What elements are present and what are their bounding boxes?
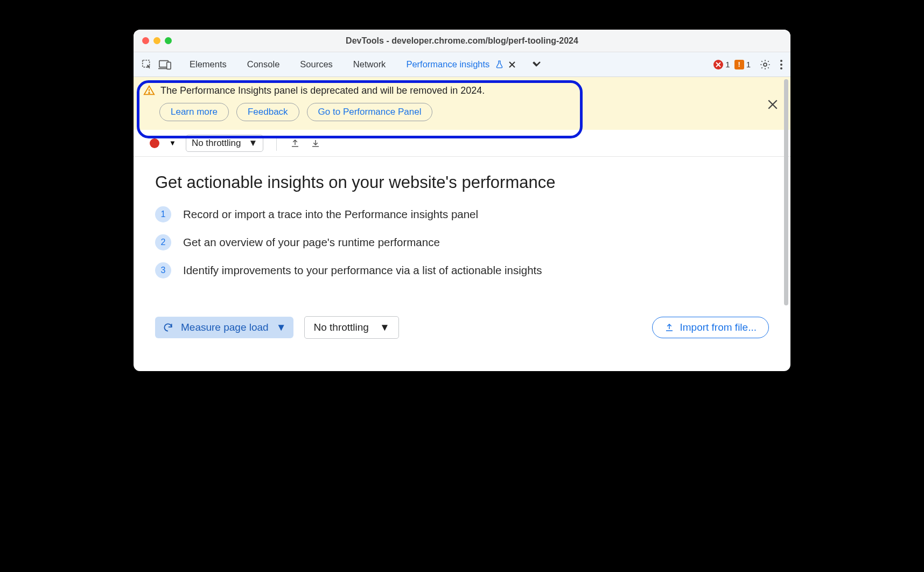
experiment-flask-icon	[495, 60, 504, 69]
warning-triangle-icon	[143, 85, 155, 96]
export-icon[interactable]	[290, 138, 300, 149]
record-button[interactable]	[150, 138, 159, 148]
throttling-value: No throttling	[192, 138, 241, 149]
deprecation-banner: The Performance Insights panel is deprec…	[134, 77, 790, 130]
step-3: 3 Identify improvements to your performa…	[155, 262, 769, 278]
status-badges: 1 ! 1	[713, 60, 751, 69]
svg-point-6	[780, 64, 782, 66]
step-1: 1 Record or import a trace into the Perf…	[155, 206, 769, 222]
errors-count: 1	[725, 60, 730, 69]
import-label: Import from file...	[680, 322, 757, 333]
step-text: Get an overview of your page's runtime p…	[183, 236, 440, 249]
import-from-file-button[interactable]: Import from file...	[652, 317, 769, 338]
close-banner-icon[interactable]	[768, 100, 778, 109]
steps-list: 1 Record or import a trace into the Perf…	[155, 206, 769, 278]
banner-content: The Performance Insights panel is deprec…	[143, 85, 485, 121]
measure-page-load-button[interactable]: Measure page load ▼	[155, 317, 293, 338]
step-number: 3	[155, 262, 171, 278]
content-area: The Performance Insights panel is deprec…	[134, 77, 790, 371]
step-number: 1	[155, 206, 171, 222]
import-icon[interactable]	[310, 138, 321, 149]
svg-point-4	[764, 63, 767, 66]
banner-buttons: Learn more Feedback Go to Performance Pa…	[159, 103, 485, 121]
panel-toolbar: ▼ No throttling ▼	[134, 130, 790, 157]
svg-rect-3	[167, 62, 171, 69]
chevron-down-icon: ▼	[249, 138, 258, 149]
window-title: DevTools - developer.chrome.com/blog/per…	[134, 36, 790, 46]
measure-label: Measure page load	[181, 322, 269, 333]
feedback-button[interactable]: Feedback	[236, 103, 299, 121]
minimize-window-button[interactable]	[153, 37, 160, 44]
inspect-element-icon[interactable]	[141, 59, 153, 71]
svg-point-5	[780, 60, 782, 62]
tab-network[interactable]: Network	[352, 54, 387, 75]
banner-message: The Performance Insights panel is deprec…	[160, 85, 485, 96]
titlebar: DevTools - developer.chrome.com/blog/per…	[134, 30, 790, 52]
tab-performance-insights[interactable]: Performance insights	[405, 54, 491, 75]
close-tab-icon[interactable]	[508, 61, 516, 68]
page-heading: Get actionable insights on your website'…	[155, 173, 769, 192]
settings-gear-icon[interactable]	[759, 59, 771, 71]
close-window-button[interactable]	[142, 37, 149, 44]
goto-performance-panel-button[interactable]: Go to Performance Panel	[307, 103, 433, 121]
throttling-value-2: No throttling	[313, 322, 368, 333]
svg-point-7	[780, 67, 782, 69]
step-number: 2	[155, 234, 171, 250]
errors-badge[interactable]: 1	[713, 60, 730, 69]
more-menu-icon[interactable]	[780, 59, 783, 70]
step-2: 2 Get an overview of your page's runtime…	[155, 234, 769, 250]
chevron-down-icon: ▼	[380, 322, 390, 333]
toolbar-divider	[276, 136, 277, 151]
action-row: Measure page load ▼ No throttling ▼ Impo…	[155, 300, 769, 339]
chevron-down-icon: ▼	[276, 322, 286, 333]
vertical-scrollbar[interactable]	[784, 79, 788, 305]
learn-more-button[interactable]: Learn more	[159, 103, 229, 121]
panel-tabs: Elements Console Sources Network Perform…	[188, 54, 543, 75]
main-content: Get actionable insights on your website'…	[134, 157, 790, 371]
refresh-icon	[163, 322, 173, 333]
warning-icon: !	[734, 60, 744, 69]
tab-console[interactable]: Console	[246, 54, 281, 75]
error-icon	[713, 60, 723, 69]
upload-icon	[664, 323, 674, 332]
maximize-window-button[interactable]	[165, 37, 172, 44]
banner-message-row: The Performance Insights panel is deprec…	[143, 85, 485, 96]
device-toolbar-icon[interactable]	[158, 59, 171, 71]
devtools-toolbar: Elements Console Sources Network Perform…	[134, 52, 790, 77]
window-controls	[142, 37, 172, 44]
more-tabs-icon[interactable]	[531, 60, 543, 69]
throttling-select-2[interactable]: No throttling ▼	[304, 316, 398, 339]
svg-point-9	[149, 93, 150, 94]
throttling-select[interactable]: No throttling ▼	[186, 135, 264, 152]
step-text: Identify improvements to your performanc…	[183, 264, 542, 277]
tab-sources[interactable]: Sources	[299, 54, 334, 75]
warnings-badge[interactable]: ! 1	[734, 60, 751, 69]
step-text: Record or import a trace into the Perfor…	[183, 208, 478, 221]
devtools-window: DevTools - developer.chrome.com/blog/per…	[134, 30, 790, 371]
tab-elements[interactable]: Elements	[188, 54, 228, 75]
record-options-dropdown[interactable]: ▼	[169, 139, 176, 147]
warnings-count: 1	[746, 60, 751, 69]
toolbar-right: 1 ! 1	[713, 59, 783, 71]
